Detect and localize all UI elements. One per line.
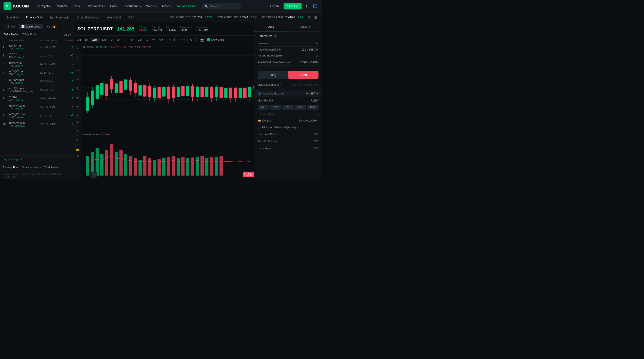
time-W[interactable]: W [151, 38, 156, 42]
svg-rect-110 [167, 157, 170, 176]
tab-spot-martingale[interactable]: Spot Martingale [46, 15, 72, 20]
ray-tool[interactable]: ⟶ [74, 68, 80, 73]
tab-total-profits[interactable]: Total Profits [44, 165, 58, 170]
pct-25[interactable]: 25% [270, 105, 281, 110]
show-grids-toggle[interactable]: Show Grids [207, 38, 224, 41]
entry-price-input[interactable] [284, 147, 310, 150]
nav-markets[interactable]: Markets [54, 3, 70, 9]
tab-leaderboard[interactable]: 📊 Leaderboard [19, 24, 42, 29]
nav-earn[interactable]: Earn ▾ [108, 3, 120, 9]
list-item[interactable]: 4 mt**@**.me TAO Long 5x 6D 14H 53M +67% [0, 68, 74, 77]
time-4h[interactable]: 4h [123, 38, 129, 42]
time-15m[interactable]: 15m [91, 38, 99, 42]
tab-dca[interactable]: DCA [125, 15, 137, 20]
time-30m[interactable]: 30m [100, 38, 108, 42]
tab-smart-rebalance[interactable]: Smart Rebalance [74, 15, 102, 20]
pencil-tool[interactable]: ✏ [75, 77, 80, 82]
signup-link[interactable]: Sign Up [14, 158, 23, 161]
login-button[interactable]: Log In [267, 3, 282, 9]
tab-7day-profits[interactable]: 7-Day Profits [21, 32, 39, 37]
tab-custom[interactable]: Custom [288, 22, 322, 32]
settings-tool[interactable]: ⚙ [75, 138, 80, 143]
mode-tabs: Auto Custom [254, 22, 322, 32]
tab-daily-profits[interactable]: Daily Profits [3, 32, 19, 37]
time-5m[interactable]: 5m [83, 38, 90, 42]
search-box[interactable]: 🔍 [202, 3, 241, 9]
pct-50[interactable]: 50% [282, 105, 294, 110]
measure-tool[interactable]: ⊕ [75, 95, 80, 100]
pct-min[interactable]: Min [258, 105, 269, 110]
time-8h[interactable]: 8h [130, 38, 136, 42]
svg-rect-114 [186, 158, 189, 176]
camera-icon[interactable]: 📷 [200, 37, 205, 42]
nav-buy-crypto[interactable]: Buy Crypto ▾ [32, 3, 54, 9]
nav-more[interactable]: More ▾ [160, 3, 173, 9]
list-item[interactable]: 10 do**@**.com TAO Long 10x 39D 19H 44M … [0, 120, 74, 128]
stop-loss-input[interactable] [284, 133, 310, 136]
cursor-tool[interactable]: ↖ [75, 46, 80, 51]
tab-futures-grid[interactable]: Futures Grid [23, 15, 45, 20]
time-1m[interactable]: 1m [76, 38, 82, 42]
settings-icon[interactable]: ⚙ [189, 37, 194, 42]
list-item[interactable]: 5 a.**@**.com TAO Long 4x 30D 23H 6M +66… [0, 77, 74, 86]
signup-button[interactable]: Sign Up [284, 3, 302, 10]
settings-icon[interactable]: ⚙ [306, 14, 312, 21]
crosshair-icon[interactable]: ✛ [168, 37, 172, 42]
pct-75[interactable]: 75% [295, 105, 306, 110]
list-item[interactable]: 2 **7813 BOND Long 2x 22D 13H 8M +79% [0, 52, 74, 60]
time-1h[interactable]: 1h [109, 38, 115, 42]
layout-icon[interactable]: ⊞ [313, 14, 318, 21]
redo-icon[interactable]: ↪ [182, 37, 186, 42]
tab-hot[interactable]: Hot 🔥 [44, 24, 59, 29]
download-icon[interactable]: ⬇ [303, 2, 309, 10]
short-button[interactable]: Short [288, 71, 319, 79]
list-item[interactable]: 6 cr**@**.com 1000PEPE2 Long 10x 40D 22H… [0, 86, 74, 94]
marker-tool[interactable]: ✦ [75, 113, 80, 118]
lock-tool[interactable]: 🔒 [75, 146, 80, 152]
list-item[interactable]: 1 kc**@**.pl TAO Long 4x 24D 23H 42M +88… [0, 43, 74, 52]
login-link[interactable]: Log In [3, 158, 10, 161]
list-item[interactable]: 7 **7467 AXS Long 2x 797D 13H 49M +53% [0, 94, 74, 103]
logo[interactable]: K KUCOIN [4, 2, 29, 10]
advanced-settings[interactable]: i Advanced Settings (Optional) ▲ [254, 124, 322, 131]
horizontal-tool[interactable]: — [75, 61, 80, 66]
zoom-tool[interactable]: ⊕ [75, 120, 80, 125]
time-D[interactable]: D [145, 38, 150, 42]
tab-infinity-grid[interactable]: Infinity Grid [104, 15, 124, 20]
time-12h[interactable]: 12h [136, 38, 144, 42]
fibonacci-tool[interactable]: ❤ [75, 104, 80, 109]
take-profit-label: Take Profit Price [258, 140, 277, 143]
undo-icon[interactable]: ↩ [177, 37, 181, 42]
tab-coin-list[interactable]: Coin List [3, 24, 17, 29]
tab-auto[interactable]: Auto [254, 22, 288, 32]
tab-strategy-history[interactable]: Strategy History [22, 165, 41, 170]
coupon-value[interactable]: None Available › [299, 119, 318, 122]
text-tool[interactable]: T [76, 86, 79, 91]
list-item[interactable]: 3 ps**@**.pl TAO Long 4x 24D 21H 43M +79… [0, 60, 74, 68]
indicator-icon[interactable]: ⌇ [173, 37, 176, 42]
info-icon[interactable]: i [274, 34, 277, 38]
expand-tool[interactable]: ◁ [75, 153, 80, 158]
globe-icon[interactable]: 🌐 [311, 2, 318, 10]
line-tool[interactable]: ╱ [76, 55, 79, 60]
eye-tool[interactable]: 👁 [75, 128, 80, 134]
search-input[interactable] [210, 4, 236, 8]
nav-web3[interactable]: Web 3 ▾ [144, 3, 159, 9]
add-balance-button[interactable]: + [316, 92, 318, 96]
fullscreen-icon[interactable]: ⛶ [194, 37, 199, 42]
time-2h[interactable]: 2h [116, 38, 122, 42]
nav-institutional[interactable]: Institutional ▾ [122, 3, 143, 9]
time-M[interactable]: M ▾ [157, 38, 164, 42]
list-item[interactable]: 8 do**@**.com TAO Long 6x 25D 16H 34M +5… [0, 103, 74, 112]
nav-rewards-hub[interactable]: Rewards Hub [175, 3, 198, 9]
take-profit-input[interactable] [284, 140, 310, 143]
pct-100[interactable]: 100% [307, 105, 318, 110]
all-filter[interactable]: ALL ▾ [64, 33, 71, 36]
nav-trade[interactable]: Trade ▾ [71, 3, 85, 9]
list-item[interactable]: 9 ob**@**.com JUP Long 5x 51D 3H 26M +51… [0, 112, 74, 120]
tab-spot-grid[interactable]: Spot Grid [4, 15, 22, 20]
tab-running-bots[interactable]: Running Bots [3, 165, 18, 170]
nav-derivatives[interactable]: Derivatives ▾ [86, 3, 107, 9]
long-button[interactable]: Long [258, 71, 288, 79]
svg-rect-16 [91, 91, 94, 106]
